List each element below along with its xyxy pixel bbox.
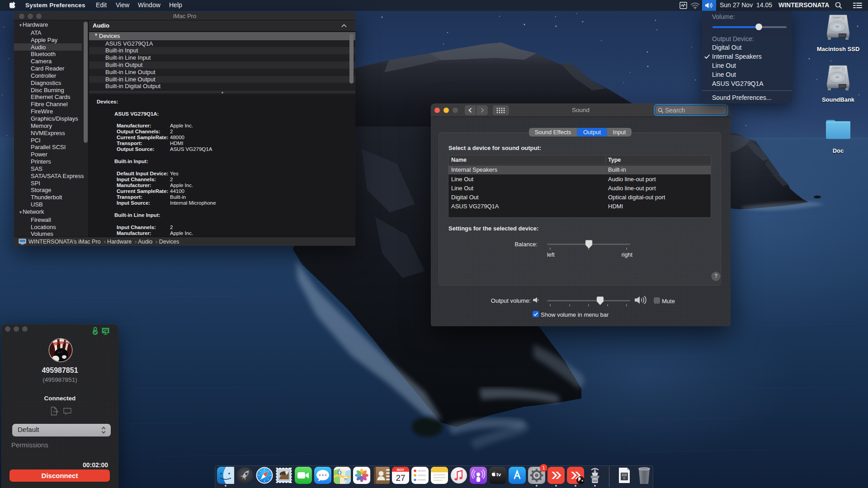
svg-text:3D: 3D	[344, 478, 348, 481]
svg-text:NOV: NOV	[397, 468, 404, 472]
svg-text:tv: tv	[496, 472, 501, 477]
svg-text:27: 27	[396, 473, 405, 483]
